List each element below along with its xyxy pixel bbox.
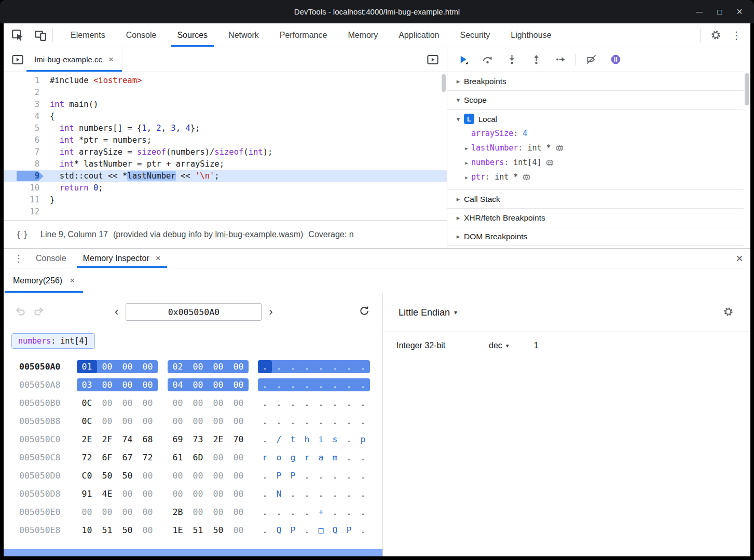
ascii-cell[interactable]: . xyxy=(342,451,356,464)
memory-tab-close-icon[interactable]: × xyxy=(70,276,75,285)
ascii-cell[interactable]: . xyxy=(342,506,356,518)
byte-cell[interactable]: 00 xyxy=(228,506,249,518)
ascii-cell[interactable]: g xyxy=(286,451,300,464)
inspect-element-icon[interactable] xyxy=(9,26,26,44)
byte-cell[interactable]: 00 xyxy=(228,378,249,391)
byte-cell[interactable]: 68 xyxy=(138,433,158,446)
byte-cell[interactable]: 50 xyxy=(117,524,138,537)
ascii-cell[interactable]: i xyxy=(314,433,328,446)
ascii-cell[interactable]: . xyxy=(328,487,342,500)
window-maximize-button[interactable]: □ xyxy=(717,7,722,16)
line-number-gutter[interactable]: 1 xyxy=(4,75,46,87)
scope-variable-ptr[interactable]: ▸ptr: int * xyxy=(447,170,744,184)
byte-cell[interactable]: 00 xyxy=(228,524,249,537)
memory-chip-icon[interactable] xyxy=(522,173,531,181)
byte-cell[interactable]: 51 xyxy=(97,524,117,537)
memory-256-tab[interactable]: Memory(256) × xyxy=(5,268,83,293)
byte-cell[interactable]: 00 xyxy=(138,397,158,409)
step-button[interactable] xyxy=(555,54,566,65)
ascii-cell[interactable]: . xyxy=(342,378,356,391)
byte-cell[interactable]: 00 xyxy=(117,487,138,500)
ascii-cell[interactable]: . xyxy=(328,360,342,373)
ascii-cell[interactable]: . xyxy=(258,378,272,391)
editor-scrollbar[interactable] xyxy=(441,72,447,220)
byte-cell[interactable]: 2E xyxy=(77,433,97,446)
settings-gear-icon[interactable] xyxy=(707,26,724,44)
byte-cell[interactable]: 51 xyxy=(188,524,208,537)
ascii-cell[interactable]: . xyxy=(300,506,314,518)
byte-cell[interactable]: 00 xyxy=(188,469,208,482)
byte-cell[interactable]: 10 xyxy=(77,524,97,537)
ascii-cell[interactable]: m xyxy=(328,451,342,464)
ascii-cell[interactable]: p xyxy=(356,433,370,446)
ascii-cell[interactable]: P xyxy=(342,524,356,537)
ascii-cell[interactable]: . xyxy=(356,506,370,518)
byte-cell[interactable]: 1E xyxy=(168,524,188,537)
section-scope[interactable]: ▾ Scope xyxy=(447,91,744,110)
memory-inspector-tab-close-icon[interactable]: × xyxy=(156,254,161,263)
ascii-cell[interactable]: Q xyxy=(328,524,342,537)
tab-network[interactable]: Network xyxy=(218,23,269,47)
ascii-cell[interactable]: . xyxy=(314,415,328,428)
ascii-cell[interactable]: s xyxy=(328,433,342,446)
ascii-cell[interactable]: . xyxy=(342,415,356,428)
ascii-cell[interactable]: . xyxy=(356,469,370,482)
ascii-cell[interactable]: . xyxy=(356,397,370,409)
step-into-button[interactable] xyxy=(506,54,517,65)
ascii-cell[interactable]: . xyxy=(342,397,356,409)
ascii-cell[interactable]: / xyxy=(272,433,286,446)
byte-cell[interactable]: 50 xyxy=(97,469,117,482)
byte-cell[interactable]: 72 xyxy=(138,451,158,464)
tab-elements[interactable]: Elements xyxy=(60,23,116,47)
ascii-cell[interactable]: . xyxy=(300,487,314,500)
history-forward-icon[interactable] xyxy=(33,306,44,319)
byte-cell[interactable]: 00 xyxy=(168,415,188,428)
ascii-cell[interactable]: . xyxy=(356,378,370,391)
drawer-tab-memory-inspector[interactable]: Memory Inspector × xyxy=(75,249,169,268)
byte-cell[interactable]: 0C xyxy=(77,415,97,428)
tab-console[interactable]: Console xyxy=(116,23,167,47)
ascii-cell[interactable]: . xyxy=(328,378,342,391)
section-breakpoints[interactable]: ▸ Breakpoints xyxy=(447,72,744,91)
byte-cell[interactable]: 00 xyxy=(138,360,158,373)
ascii-cell[interactable]: . xyxy=(342,487,356,500)
device-toolbar-icon[interactable] xyxy=(32,26,49,44)
ascii-cell[interactable]: r xyxy=(258,451,272,464)
byte-cell[interactable]: 61 xyxy=(168,451,188,464)
drawer-menu-kebab-icon[interactable]: ⋮ xyxy=(10,250,28,267)
previous-page-icon[interactable]: ‹ xyxy=(111,305,122,319)
ascii-cell[interactable]: . xyxy=(356,524,370,537)
scope-local-row[interactable]: ▾ L Local xyxy=(447,112,744,126)
address-input[interactable] xyxy=(126,303,262,321)
file-tab[interactable]: lmi-bug-example.cc × xyxy=(26,47,122,72)
window-close-button[interactable]: × xyxy=(736,6,743,18)
ascii-cell[interactable]: P xyxy=(272,469,286,482)
byte-cell[interactable]: 00 xyxy=(138,524,158,537)
line-number-gutter[interactable]: 12 xyxy=(4,206,46,218)
byte-cell[interactable]: 00 xyxy=(97,415,117,428)
byte-cell[interactable]: 00 xyxy=(117,378,138,391)
ascii-cell[interactable]: . xyxy=(300,524,314,537)
quick-source-toggle-icon[interactable] xyxy=(424,51,442,69)
byte-cell[interactable]: 00 xyxy=(97,397,117,409)
byte-cell[interactable]: 00 xyxy=(188,506,208,518)
ascii-cell[interactable]: Q xyxy=(272,524,286,537)
ascii-cell[interactable]: . xyxy=(342,360,356,373)
byte-cell[interactable]: 00 xyxy=(228,469,249,482)
step-over-button[interactable] xyxy=(482,54,492,65)
byte-cell[interactable]: 6F xyxy=(97,451,117,464)
byte-cell[interactable]: 00 xyxy=(97,378,117,391)
byte-cell[interactable]: 00 xyxy=(208,487,228,500)
ascii-cell[interactable]: . xyxy=(258,415,272,428)
section-dom-breakpoints[interactable]: ▸ DOM Breakpoints xyxy=(447,227,744,246)
wasm-file-link[interactable]: lmi-bug-example.wasm xyxy=(215,230,301,239)
byte-cell[interactable]: 00 xyxy=(208,378,228,391)
byte-cell[interactable]: 00 xyxy=(228,397,249,409)
byte-cell[interactable]: 00 xyxy=(168,487,188,500)
memory-chip-icon[interactable] xyxy=(555,144,564,152)
byte-cell[interactable]: 2B xyxy=(168,506,188,518)
ascii-cell[interactable]: P xyxy=(286,469,300,482)
ascii-cell[interactable]: . xyxy=(258,397,272,409)
ascii-cell[interactable]: . xyxy=(356,487,370,500)
byte-cell[interactable]: 00 xyxy=(168,397,188,409)
